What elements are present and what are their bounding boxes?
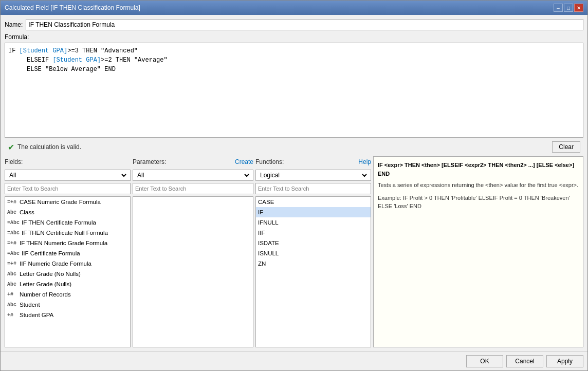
help-description: Tests a series of expressions returning …: [378, 181, 579, 190]
list-item[interactable]: Abc Class: [5, 207, 130, 217]
help-syntax: IF <expr> THEN <then> [ELSEIF <expr2> TH…: [378, 161, 579, 178]
help-example: Example: IF Profit > 0 THEN 'Profitable'…: [378, 194, 579, 211]
list-item[interactable]: CASE: [256, 197, 371, 207]
numeric-icon: =+#: [7, 261, 17, 267]
fields-search-input[interactable]: [5, 183, 131, 194]
list-item-label: ISNULL: [258, 250, 279, 256]
functions-panel: Functions: Help Logical CASE IF: [255, 156, 371, 347]
list-item[interactable]: =+# IIF Numeric Grade Formula: [5, 258, 130, 269]
formula-line-2: ELSEIF [Student GPA]>=2 THEN "Average": [8, 55, 580, 65]
fields-panel: Fields: All =+# CASE Numeric Grade Formu…: [5, 156, 131, 347]
numeric-icon: +#: [7, 312, 17, 318]
list-item-label: Letter Grade (Nulls): [20, 281, 71, 287]
text-icon: Abc: [7, 282, 17, 287]
window-controls: – □ ✕: [554, 4, 583, 12]
close-button[interactable]: ✕: [574, 4, 583, 12]
list-item[interactable]: +# Number of Records: [5, 289, 130, 300]
list-item-label: ZN: [258, 261, 266, 267]
list-item[interactable]: Abc Student: [5, 300, 130, 310]
list-item-label: IIF Numeric Grade Formula: [20, 261, 91, 267]
validation-bar: ✔ The calculation is valid. Clear: [5, 140, 583, 154]
list-item-label: IF: [258, 209, 263, 215]
fields-dropdown-select[interactable]: All: [7, 171, 128, 179]
help-example-text: IF Profit > 0 THEN 'Profitable' ELSEIF P…: [378, 195, 570, 210]
list-item-label: IF THEN Numeric Grade Formula: [20, 240, 107, 246]
valid-check-icon: ✔: [8, 142, 14, 152]
list-item[interactable]: IFNULL: [256, 217, 371, 228]
list-item[interactable]: Abc Letter Grade (No Nulls): [5, 269, 130, 279]
parameters-panel-header: Parameters: Create: [133, 156, 253, 168]
formula-line-3: ELSE "Below Average" END: [8, 65, 580, 74]
minimize-button[interactable]: –: [554, 4, 563, 12]
functions-dropdown[interactable]: Logical: [255, 170, 371, 181]
help-panel: IF <expr> THEN <then> [ELSEIF <expr2> TH…: [373, 156, 583, 347]
parameters-dropdown[interactable]: All: [133, 170, 253, 181]
formula-label: Formula:: [5, 33, 583, 41]
fields-panel-header: Fields:: [5, 156, 131, 168]
text-icon: =Abc: [7, 251, 20, 256]
list-item-label: Number of Records: [20, 291, 71, 298]
list-item[interactable]: IIF: [256, 228, 371, 238]
text-icon: Abc: [7, 271, 17, 277]
bottom-bar: OK Cancel Apply: [1, 351, 587, 370]
functions-dropdown-select[interactable]: Logical: [258, 171, 369, 179]
list-item[interactable]: Abc Letter Grade (Nulls): [5, 279, 130, 289]
parameters-search-input[interactable]: [133, 183, 253, 194]
list-item[interactable]: =+# CASE Numeric Grade Formula: [5, 197, 130, 207]
numeric-icon: =+#: [7, 199, 17, 205]
parameters-panel: Parameters: Create All: [133, 156, 253, 347]
fields-list: =+# CASE Numeric Grade Formula Abc Class…: [5, 196, 131, 347]
content-area: Name: Formula: IF [Student GPA]>=3 THEN …: [1, 15, 587, 351]
list-item[interactable]: =+# IF THEN Numeric Grade Formula: [5, 238, 130, 248]
functions-panel-header: Functions: Help: [255, 156, 371, 168]
functions-search-input[interactable]: [255, 183, 371, 194]
formula-editor[interactable]: IF [Student GPA]>=3 THEN "Advanced" ELSE…: [5, 43, 583, 138]
help-example-label: Example:: [378, 195, 401, 201]
title-bar: Calculated Field [IF THEN Classification…: [1, 1, 587, 15]
create-link[interactable]: Create: [235, 158, 253, 165]
main-window: Calculated Field [IF THEN Classification…: [0, 0, 588, 371]
validation-message: ✔ The calculation is valid.: [8, 142, 81, 152]
fields-dropdown[interactable]: All: [5, 170, 131, 181]
ok-button[interactable]: OK: [466, 355, 503, 367]
window-title: Calculated Field [IF THEN Classification…: [5, 4, 140, 11]
list-item[interactable]: =Abc IF THEN Certificate Null Formula: [5, 228, 130, 238]
apply-button[interactable]: Apply: [546, 355, 583, 367]
list-item-label: Letter Grade (No Nulls): [20, 271, 81, 277]
numeric-icon: =+#: [7, 240, 17, 246]
list-item[interactable]: +# Student GPA: [5, 310, 130, 320]
panels-row: Fields: All =+# CASE Numeric Grade Formu…: [5, 156, 583, 347]
list-item-label: IIF: [258, 230, 265, 236]
list-item-label: Student: [20, 302, 40, 308]
text-icon: Abc: [7, 210, 17, 215]
functions-list: CASE IF IFNULL IIF ISDATE ISNU: [255, 196, 371, 347]
parameters-list: [133, 196, 253, 347]
valid-text: The calculation is valid.: [17, 143, 81, 151]
list-item-label: IIF Certificate Formula: [22, 250, 80, 256]
clear-button[interactable]: Clear: [552, 141, 580, 153]
list-item-label: IF THEN Certificate Null Formula: [22, 230, 108, 236]
list-item[interactable]: =Abc IIF Certificate Formula: [5, 248, 130, 258]
functions-panel-title: Functions:: [255, 158, 284, 165]
text-icon: =Abc: [7, 230, 20, 236]
name-input[interactable]: [26, 19, 583, 30]
list-item[interactable]: IF: [256, 207, 371, 217]
list-item[interactable]: ISDATE: [256, 238, 371, 248]
list-item-label: CASE: [258, 199, 274, 205]
list-item[interactable]: ZN: [256, 258, 371, 269]
list-item-label: Student GPA: [20, 312, 53, 318]
maximize-button[interactable]: □: [564, 4, 573, 12]
list-item-label: ISDATE: [258, 240, 279, 246]
numeric-icon: +#: [7, 292, 17, 298]
name-label: Name:: [5, 21, 23, 28]
list-item[interactable]: ISNULL: [256, 248, 371, 258]
parameters-panel-title: Parameters:: [133, 158, 166, 165]
list-item-label: CASE Numeric Grade Formula: [20, 199, 101, 205]
list-item[interactable]: =Abc IF THEN Certificate Formula: [5, 217, 130, 228]
help-link[interactable]: Help: [358, 158, 371, 165]
list-item-label: IF THEN Certificate Formula: [22, 219, 96, 226]
parameters-dropdown-select[interactable]: All: [135, 171, 251, 179]
name-row: Name:: [5, 19, 583, 30]
text-icon: Abc: [7, 302, 17, 308]
cancel-button[interactable]: Cancel: [506, 355, 543, 367]
